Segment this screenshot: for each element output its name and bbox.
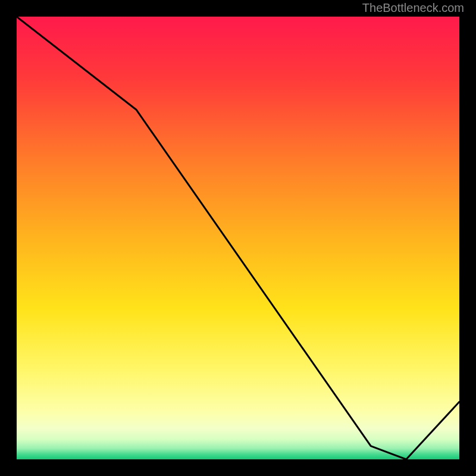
data-line (17, 17, 459, 459)
attribution-label: TheBottleneck.com (362, 1, 464, 15)
plot-area (17, 17, 459, 459)
chart-container: TheBottleneck.com (0, 0, 476, 476)
